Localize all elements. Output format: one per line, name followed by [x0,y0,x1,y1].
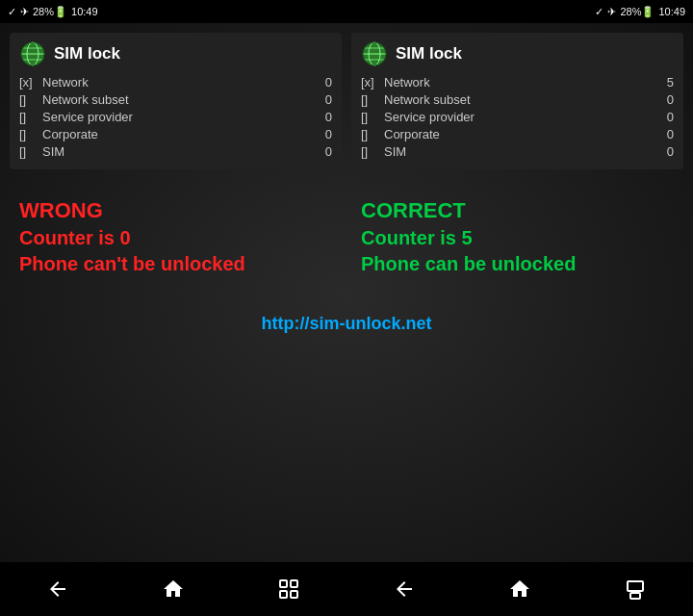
correct-counter: Counter is 5 [361,227,674,249]
label-network-left: Network [42,75,303,90]
wrong-counter: Counter is 0 [19,227,332,249]
checkbox-subset-right: [] [361,92,384,107]
wrong-title: WRONG [19,198,332,223]
back-icon-left [46,578,69,601]
airplane-mode-icon-right: ✈ [607,6,616,18]
value-provider-right: 0 [645,110,674,124]
home-icon-right [508,578,531,601]
time-left: 10:49 [71,6,98,17]
svg-rect-13 [291,580,297,587]
website-link[interactable]: http://sim-unlock.net [262,314,432,334]
battery-left: 28%🔋 [33,6,67,18]
home-button-left[interactable] [144,570,202,608]
label-corporate-right: Corporate [384,127,645,141]
panels-row: SIM lock [x] Network 0 [] Network subset… [0,23,693,169]
sim-table-right: [x] Network 5 [] Network subset 0 [] Ser… [361,75,674,159]
notification-check-icon-right: ✓ [595,6,603,18]
recents-icon-left [277,578,300,601]
panel-right: SIM lock [x] Network 5 [] Network subset… [351,33,683,169]
recents-button-left[interactable] [260,570,318,608]
panel-left-header: SIM lock [19,40,332,67]
correct-status: Phone can be unlocked [361,253,674,275]
svg-rect-15 [291,591,297,598]
messages-row: WRONG Counter is 0 Phone can't be unlock… [0,169,693,295]
label-subset-left: Network subset [42,92,303,107]
home-icon-left [162,578,185,601]
back-button-left[interactable] [29,570,87,608]
value-sim-left: 0 [303,144,332,159]
checkbox-corporate-right: [] [361,127,384,141]
status-bar-right: ✓ ✈ 28%🔋 10:49 [595,6,685,18]
label-provider-left: Service provider [42,110,303,124]
wrong-status: Phone can't be unlocked [19,253,332,275]
table-row: [] SIM 0 [361,144,674,159]
home-button-right[interactable] [491,570,549,608]
time-right: 10:49 [658,6,685,17]
svg-rect-14 [280,591,287,598]
sim-table-left: [x] Network 0 [] Network subset 0 [] Ser… [19,75,332,159]
svg-rect-17 [630,593,640,599]
checkbox-provider-left: [] [19,110,42,124]
label-network-right: Network [384,75,645,90]
table-row: [x] Network 5 [361,75,674,90]
back-icon-right [393,578,416,601]
status-bar: ✓ ✈ 28%🔋 10:49 ✓ ✈ 28%🔋 10:49 [0,0,693,23]
value-provider-left: 0 [303,110,332,124]
main-content: SIM lock [x] Network 0 [] Network subset… [0,23,693,562]
svg-rect-16 [628,581,643,591]
message-wrong: WRONG Counter is 0 Phone can't be unlock… [10,189,342,285]
checkbox-network-right: [x] [361,75,384,90]
table-row: [] Corporate 0 [361,127,674,141]
checkbox-network-left: [x] [19,75,42,90]
message-correct: CORRECT Counter is 5 Phone can be unlock… [351,189,683,285]
airplane-mode-icon: ✈ [20,6,29,18]
sim-lock-icon-left [19,40,46,67]
link-area: http://sim-unlock.net [0,295,693,353]
back-button-right[interactable] [375,570,433,608]
table-row: [x] Network 0 [19,75,332,90]
table-row: [] SIM 0 [19,144,332,159]
value-subset-left: 0 [303,92,332,107]
panel-right-header: SIM lock [361,40,674,67]
label-sim-right: SIM [384,144,645,159]
value-corporate-left: 0 [303,127,332,141]
recents-icon-right [624,578,647,601]
label-corporate-left: Corporate [42,127,303,141]
sim-lock-icon-right [361,40,388,67]
svg-rect-12 [280,580,287,587]
status-bar-left: ✓ ✈ 28%🔋 10:49 [8,6,98,18]
checkbox-corporate-left: [] [19,127,42,141]
table-row: [] Service provider 0 [361,110,674,124]
table-row: [] Network subset 0 [19,92,332,107]
table-row: [] Corporate 0 [19,127,332,141]
value-corporate-right: 0 [645,127,674,141]
panel-right-title: SIM lock [396,44,462,64]
panel-left-title: SIM lock [54,44,120,64]
value-network-left: 0 [303,75,332,90]
checkbox-subset-left: [] [19,92,42,107]
value-subset-right: 0 [645,92,674,107]
table-row: [] Service provider 0 [19,110,332,124]
value-network-right: 5 [645,75,674,90]
notification-check-icon: ✓ [8,6,16,18]
recents-button-right[interactable] [606,570,664,608]
correct-title: CORRECT [361,198,674,223]
table-row: [] Network subset 0 [361,92,674,107]
checkbox-sim-right: [] [361,144,384,159]
battery-right: 28%🔋 [620,6,654,18]
label-subset-right: Network subset [384,92,645,107]
checkbox-sim-left: [] [19,144,42,159]
checkbox-provider-right: [] [361,110,384,124]
nav-bar [0,562,693,616]
label-sim-left: SIM [42,144,303,159]
value-sim-right: 0 [645,144,674,159]
panel-left: SIM lock [x] Network 0 [] Network subset… [10,33,342,169]
label-provider-right: Service provider [384,110,645,124]
